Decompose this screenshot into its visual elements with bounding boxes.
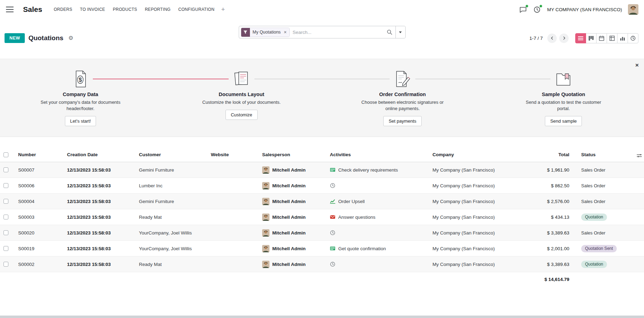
salesperson-name: Mitchell Admin (272, 199, 306, 204)
cell-company: My Company (San Francisco) (429, 162, 513, 178)
column-header-creation-date[interactable]: Creation Date (64, 147, 135, 162)
row-checkbox[interactable] (3, 246, 8, 251)
menu-item-reporting[interactable]: REPORTING (141, 4, 175, 15)
cell-salesperson: Mitchell Admin (262, 182, 323, 189)
sample-quotation-icon (550, 70, 576, 88)
activity-summary[interactable]: Order Upsell (330, 198, 425, 204)
column-header-salesperson[interactable]: Salesperson (259, 147, 326, 162)
onboarding-step-documents-layout: Documents Layout Customize the look of y… (161, 70, 322, 126)
facet-remove-icon[interactable]: × (283, 28, 289, 37)
cell-total: $ 434.13 (513, 209, 573, 225)
activity-clock[interactable] (330, 183, 425, 188)
table-row[interactable]: S0002012/13/2023 15:58:03YourCompany, Jo… (0, 225, 644, 241)
table-row[interactable]: S0000212/13/2023 15:58:03Ready MatMitche… (0, 256, 644, 272)
table-row[interactable]: S0000312/13/2023 15:58:03Ready MatMitche… (0, 209, 644, 225)
row-checkbox[interactable] (3, 167, 8, 172)
cell-website (207, 162, 259, 178)
close-icon[interactable]: × (635, 62, 639, 68)
send-sample-button[interactable]: Send sample (545, 116, 582, 126)
row-checkbox[interactable] (3, 183, 8, 188)
table-row[interactable]: S0000412/13/2023 15:58:03Gemini Furnitur… (0, 194, 644, 209)
column-header-customer[interactable]: Customer (135, 147, 207, 162)
lets-start-button[interactable]: Let's start! (65, 116, 96, 126)
cell-customer: Ready Mat (135, 209, 207, 225)
salesperson-name: Mitchell Admin (272, 246, 306, 251)
table-row[interactable]: S0000612/13/2023 15:58:03Lumber IncMitch… (0, 178, 644, 194)
menu-item-products[interactable]: PRODUCTS (109, 4, 141, 15)
step-description: Customize the look of your documents. (202, 99, 281, 106)
table-row[interactable]: S0001912/13/2023 15:58:03YourCompany, Jo… (0, 241, 644, 256)
view-switch-list[interactable] (575, 33, 586, 43)
select-all-checkbox[interactable] (3, 152, 8, 157)
column-header-website[interactable]: Website (207, 147, 259, 162)
menu-item-orders[interactable]: ORDERS (50, 4, 76, 15)
row-checkbox[interactable] (3, 215, 8, 219)
new-button[interactable]: NEW (5, 33, 25, 43)
page-title: Quotations (28, 34, 63, 42)
envelope-icon (330, 214, 335, 220)
activity-label: Order Upsell (338, 199, 365, 204)
documents-layout-icon (229, 70, 254, 88)
menu-item-configuration[interactable]: CONFIGURATION (175, 4, 219, 15)
user-avatar[interactable] (628, 4, 638, 15)
cell-salesperson: Mitchell Admin (262, 214, 323, 221)
activity-summary[interactable]: Check delivery requirements (330, 167, 425, 173)
gear-icon[interactable]: ⚙ (67, 35, 75, 42)
row-checkbox[interactable] (3, 199, 8, 204)
messages-icon[interactable] (519, 6, 527, 14)
search-facet[interactable]: My Quotations × (241, 28, 290, 37)
step-title: Company Data (63, 92, 98, 97)
salesperson-avatar (262, 214, 269, 221)
view-switch-graph[interactable] (617, 33, 628, 43)
main-menu: ORDERSTO INVOICEPRODUCTSREPORTINGCONFIGU… (50, 4, 219, 15)
search-dropdown-toggle[interactable] (395, 26, 405, 38)
column-header-number[interactable]: Number (15, 147, 64, 162)
salesperson-avatar (262, 261, 269, 268)
svg-text:$: $ (79, 77, 82, 83)
apps-menu-icon[interactable] (3, 4, 16, 15)
menu-item-to-invoice[interactable]: TO INVOICE (76, 4, 109, 15)
activities-icon[interactable] (533, 6, 541, 14)
activity-summary[interactable]: Get quote confirmation (330, 246, 425, 251)
app-name[interactable]: Sales (23, 5, 42, 14)
pager-previous-button[interactable] (547, 34, 557, 43)
search-input[interactable] (290, 30, 386, 35)
set-payments-button[interactable]: Set payments (383, 116, 422, 126)
total-sum: $ 14,614.79 (513, 272, 573, 287)
money-icon (330, 167, 335, 173)
chevron-down-icon (399, 31, 402, 33)
status-text: Sales Order (581, 167, 605, 173)
cell-creation-date: 12/13/2023 15:58:03 (64, 194, 135, 209)
view-switch-activity[interactable] (628, 33, 638, 43)
company-switcher[interactable]: MY COMPANY (SAN FRANCISCO) (547, 7, 622, 12)
salesperson-name: Mitchell Admin (272, 183, 306, 188)
activity-clock[interactable] (330, 230, 425, 236)
cell-creation-date: 12/13/2023 15:58:03 (64, 209, 135, 225)
column-header-status[interactable]: Status (573, 147, 644, 162)
status-badge: Quotation Sent (581, 245, 617, 252)
optional-columns-toggle-icon[interactable] (636, 152, 643, 160)
search-icon[interactable] (387, 29, 392, 35)
pager-next-button[interactable] (559, 34, 569, 43)
row-checkbox[interactable] (3, 230, 8, 235)
messages-badge (525, 5, 528, 8)
table-row[interactable]: S0000712/13/2023 15:58:03Gemini Furnitur… (0, 162, 644, 178)
cell-salesperson: Mitchell Admin (262, 198, 323, 205)
order-confirmation-icon (390, 70, 415, 88)
cell-number: S00007 (15, 162, 64, 178)
column-header-activities[interactable]: Activities (326, 147, 429, 162)
column-header-company[interactable]: Company (429, 147, 513, 162)
salesperson-name: Mitchell Admin (272, 230, 306, 236)
column-header-total[interactable]: Total (513, 147, 573, 162)
view-switch-kanban[interactable] (586, 33, 597, 43)
cell-number: S00002 (15, 256, 64, 272)
customize-button[interactable]: Customize (225, 110, 257, 120)
activity-clock[interactable] (330, 261, 425, 267)
activity-summary[interactable]: Answer questions (330, 214, 425, 220)
row-checkbox[interactable] (3, 262, 8, 267)
activities-badge (539, 5, 542, 8)
status-badge: Quotation (581, 214, 607, 221)
view-switch-calendar[interactable] (596, 33, 607, 43)
plus-icon[interactable]: + (218, 5, 228, 14)
view-switch-pivot[interactable] (607, 33, 617, 43)
